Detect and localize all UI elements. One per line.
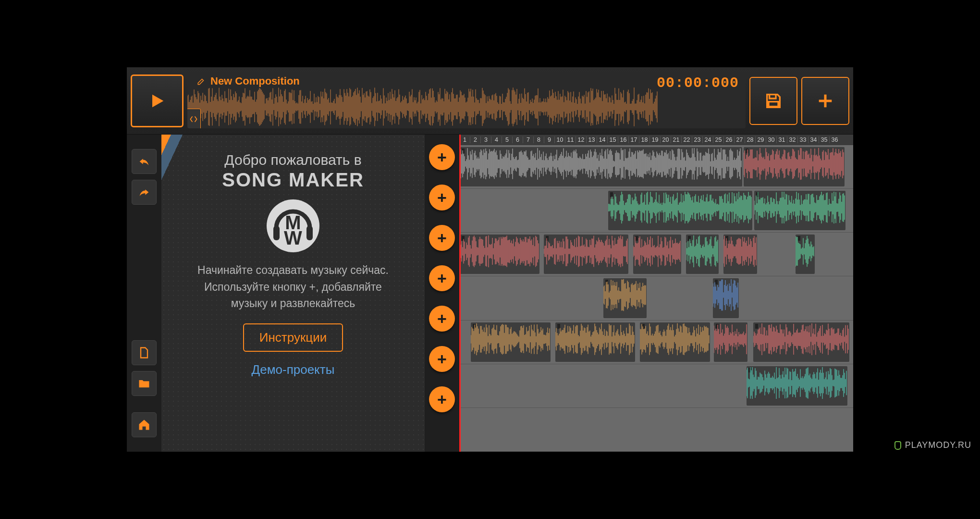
home-icon <box>137 418 151 432</box>
add-track-5[interactable]: + <box>429 306 455 332</box>
playhead-handle[interactable] <box>187 109 201 128</box>
play-icon <box>147 91 167 111</box>
audio-clip[interactable] <box>754 191 845 230</box>
audio-clip[interactable] <box>555 322 635 362</box>
overview-wave-svg <box>187 86 658 127</box>
audio-clip[interactable] <box>633 235 681 274</box>
plus-icon <box>816 91 835 111</box>
add-track-3[interactable]: + <box>429 225 455 251</box>
undo-icon <box>137 155 151 168</box>
app-logo: MW <box>267 199 319 252</box>
left-toolbar <box>127 135 161 452</box>
timeline-ruler[interactable]: 1234567891011121314151617181920212223242… <box>459 135 853 145</box>
audio-clip[interactable] <box>460 147 742 186</box>
track-row[interactable] <box>459 276 853 320</box>
track-row[interactable] <box>459 233 853 276</box>
svg-rect-0 <box>273 226 280 240</box>
redo-icon <box>137 185 151 199</box>
audio-clip[interactable] <box>640 322 710 362</box>
main-area: Добро пожаловать в SONG MAKER MW Начинай… <box>127 135 853 452</box>
folder-icon <box>137 377 151 390</box>
open-folder-button[interactable] <box>132 371 157 396</box>
timeline[interactable]: 1234567891011121314151617181920212223242… <box>459 135 853 452</box>
add-track-1[interactable]: + <box>429 144 455 170</box>
edit-icon <box>197 77 206 86</box>
audio-clip[interactable] <box>460 235 539 274</box>
track-row[interactable] <box>459 189 853 233</box>
audio-clip[interactable] <box>608 191 752 230</box>
undo-button[interactable] <box>132 149 157 174</box>
audio-clip[interactable] <box>471 322 551 362</box>
add-track-7[interactable]: + <box>429 386 455 412</box>
welcome-body: Начинайте создавать музыку сейчас. Испол… <box>176 262 410 312</box>
demo-projects-link[interactable]: Демо-проекты <box>252 362 335 377</box>
audio-clip[interactable] <box>544 235 628 274</box>
home-button[interactable] <box>132 412 157 437</box>
file-icon <box>137 346 151 359</box>
audio-clip[interactable] <box>714 322 747 362</box>
add-track-6[interactable]: + <box>429 346 455 372</box>
svg-rect-1 <box>306 226 313 240</box>
welcome-greeting: Добро пожаловать в <box>224 152 361 168</box>
overview-waveform[interactable]: New Composition 00:00:000 <box>187 73 746 128</box>
watermark: PLAYMODY.RU <box>894 440 971 450</box>
audio-clip[interactable] <box>723 235 757 274</box>
play-button[interactable] <box>131 74 184 127</box>
save-button[interactable] <box>749 77 797 125</box>
track-row[interactable] <box>459 364 853 408</box>
app-window: New Composition 00:00:000 <box>127 67 853 452</box>
track-add-column: + + + + + + + <box>425 135 459 452</box>
audio-clip[interactable] <box>796 235 815 274</box>
audio-clip[interactable] <box>753 322 849 362</box>
welcome-app-name: SONG MAKER <box>222 169 364 191</box>
tracks-container <box>459 145 853 452</box>
save-icon <box>764 91 783 111</box>
audio-clip[interactable] <box>686 235 719 274</box>
composition-title-text: New Composition <box>210 75 300 87</box>
composition-title[interactable]: New Composition <box>197 75 300 87</box>
timecode-display: 00:00:000 <box>657 75 739 91</box>
audio-clip[interactable] <box>603 278 647 318</box>
android-icon <box>894 441 901 450</box>
redo-button[interactable] <box>132 180 157 205</box>
top-toolbar: New Composition 00:00:000 <box>127 67 853 135</box>
add-track-4[interactable]: + <box>429 265 455 291</box>
watermark-text: PLAYMODY.RU <box>905 440 971 450</box>
new-file-button[interactable] <box>132 340 157 365</box>
add-track-2[interactable]: + <box>429 185 455 210</box>
instructions-button[interactable]: Инструкции <box>243 323 343 352</box>
welcome-panel: Добро пожаловать в SONG MAKER MW Начинай… <box>161 135 425 452</box>
track-row[interactable] <box>459 408 853 452</box>
track-row[interactable] <box>459 145 853 189</box>
track-row[interactable] <box>459 321 853 364</box>
audio-clip[interactable] <box>713 278 739 318</box>
audio-clip[interactable] <box>747 366 847 406</box>
audio-clip[interactable] <box>744 147 845 186</box>
add-button[interactable] <box>801 77 849 125</box>
playhead-line[interactable] <box>459 135 461 452</box>
